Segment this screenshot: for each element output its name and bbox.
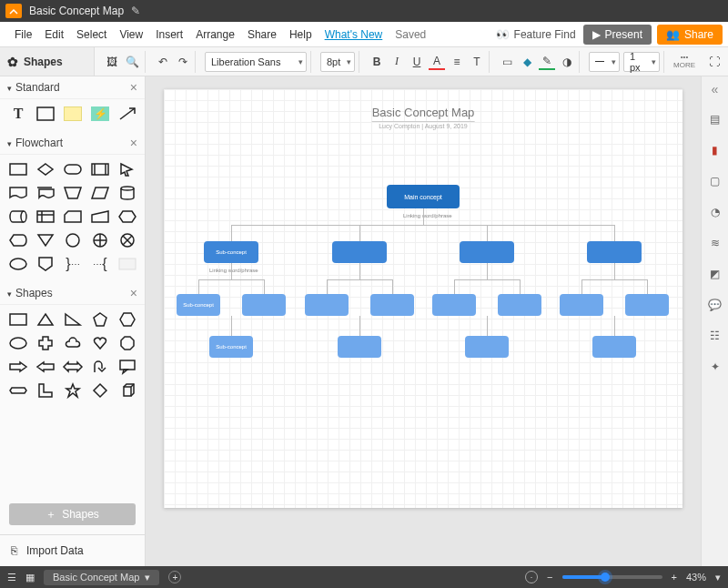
fc-predefined[interactable]	[89, 160, 111, 178]
bold-icon[interactable]: B	[369, 54, 385, 70]
font-family-select[interactable]: Liberation Sans	[205, 52, 307, 72]
present-button[interactable]: ▶ Present	[583, 25, 652, 45]
folder-icon[interactable]	[5, 4, 22, 18]
fc-collate[interactable]	[7, 255, 29, 273]
page-icon[interactable]: ▤	[707, 111, 723, 127]
sh-arr-lr[interactable]	[62, 358, 84, 376]
sh-diamond[interactable]	[89, 381, 111, 400]
redo-icon[interactable]: ↷	[175, 54, 191, 70]
add-shapes-button[interactable]: ＋ Shapes	[9, 503, 136, 525]
document-title[interactable]: Basic Concept Map	[29, 5, 124, 17]
fc-offpage[interactable]	[35, 255, 56, 273]
close-icon[interactable]: ×	[130, 80, 137, 95]
fc-data[interactable]	[89, 184, 111, 202]
fc-manual-input[interactable]	[89, 208, 111, 226]
italic-icon[interactable]: I	[389, 54, 405, 70]
menu-whats-new[interactable]: What's New	[325, 28, 383, 41]
sh-callout[interactable]	[116, 358, 138, 376]
node-r3-6[interactable]	[498, 294, 541, 316]
fill-icon[interactable]: ▭	[499, 54, 515, 70]
actions-icon[interactable]: ✦	[707, 359, 723, 375]
fc-process[interactable]	[7, 160, 29, 178]
zoom-out-icon[interactable]: −	[547, 572, 552, 583]
sh-arr-l[interactable]	[35, 358, 56, 376]
fc-manual-op[interactable]	[62, 184, 84, 202]
sh-arr-turn[interactable]	[89, 358, 111, 376]
sh-tri[interactable]	[35, 310, 56, 329]
rect-shape[interactable]	[35, 105, 56, 123]
history-icon[interactable]: ◔	[707, 204, 723, 220]
border-color-icon[interactable]: ✎	[539, 54, 555, 70]
text-color-icon[interactable]: A	[429, 54, 445, 70]
zoom-fit-icon[interactable]: ·	[525, 571, 538, 583]
section-shapes[interactable]: ▾Shapes ×	[0, 282, 145, 305]
sh-banner[interactable]	[7, 381, 29, 400]
sh-lsh[interactable]	[35, 381, 56, 400]
fc-blank[interactable]	[116, 255, 138, 273]
menu-view[interactable]: View	[119, 28, 143, 41]
fill-color-icon[interactable]: ◆	[519, 54, 535, 70]
fc-direct[interactable]	[7, 208, 29, 226]
fc-card[interactable]	[62, 208, 84, 226]
sh-hex[interactable]	[116, 310, 138, 329]
underline-icon[interactable]: U	[409, 54, 425, 70]
collapse-icon[interactable]: «	[712, 82, 719, 96]
menu-file[interactable]: File	[15, 28, 32, 41]
line-width-select[interactable]: 1 px	[623, 52, 660, 72]
menu-help[interactable]: Help	[289, 28, 312, 41]
image-icon[interactable]: 🖼	[104, 54, 120, 70]
sh-rtri[interactable]	[62, 310, 84, 329]
node-r4-1[interactable]: Sub-concept	[209, 336, 253, 358]
node-r4-2[interactable]	[338, 336, 381, 358]
node-r3-5[interactable]	[432, 294, 476, 316]
shape-style-icon[interactable]: ◑	[559, 54, 575, 70]
menu-insert[interactable]: Insert	[156, 28, 183, 41]
gear-icon[interactable]: ✿	[7, 55, 18, 69]
fc-decision[interactable]	[35, 160, 56, 178]
fc-connector[interactable]	[62, 231, 84, 249]
text-shape[interactable]: T	[7, 105, 29, 123]
node-main-concept[interactable]: Main concept	[387, 185, 460, 208]
sh-star[interactable]	[62, 381, 84, 400]
comments-icon[interactable]: ▮	[707, 142, 723, 158]
share-button[interactable]: 👥 Share	[657, 25, 723, 45]
layers-icon[interactable]: ≋	[707, 235, 723, 251]
page-tab[interactable]: Basic Concept Map▾	[44, 570, 159, 585]
sh-ellipse[interactable]	[7, 334, 29, 352]
node-r4-3[interactable]	[465, 336, 509, 358]
node-r3-7[interactable]	[560, 294, 603, 316]
fc-prep[interactable]	[116, 208, 138, 226]
menu-edit[interactable]: Edit	[45, 28, 64, 41]
section-flowchart[interactable]: ▾Flowchart ×	[0, 132, 145, 155]
zoom-slider[interactable]	[562, 575, 662, 579]
fc-brace-open[interactable]: }⋯	[62, 255, 84, 273]
fc-internal[interactable]	[35, 208, 56, 226]
arrow-shape[interactable]	[116, 105, 138, 123]
fc-note[interactable]: ⋯{	[89, 255, 111, 273]
node-r4-4[interactable]	[592, 336, 636, 358]
zoom-in-icon[interactable]: +	[672, 572, 677, 583]
chat-icon[interactable]: 💬	[707, 297, 723, 313]
close-icon[interactable]: ×	[130, 286, 137, 300]
list-icon[interactable]: ☰	[7, 572, 16, 583]
close-icon[interactable]: ×	[130, 136, 137, 150]
zoom-value[interactable]: 43%	[686, 572, 706, 583]
canvas-page[interactable]: Basic Concept Map Lucy Compton | August …	[164, 89, 682, 508]
align-icon[interactable]: ≡	[449, 54, 465, 70]
menu-arrange[interactable]: Arrange	[196, 28, 235, 41]
toolbar-more[interactable]: •••MORE	[673, 54, 695, 70]
sh-cloud[interactable]	[62, 334, 84, 352]
undo-icon[interactable]: ↶	[155, 54, 171, 70]
sh-oct[interactable]	[116, 334, 138, 352]
section-standard[interactable]: ▾Standard ×	[0, 76, 145, 99]
node-r3-8[interactable]	[625, 294, 669, 316]
sticky-note-shape[interactable]	[62, 105, 84, 123]
fc-merge[interactable]	[35, 231, 56, 249]
data-icon[interactable]: ☷	[707, 328, 723, 344]
rename-icon[interactable]: ✎	[131, 5, 140, 17]
fc-document[interactable]	[7, 184, 29, 202]
node-sub-1[interactable]: Sub-concept	[204, 241, 258, 263]
fc-terminator[interactable]	[62, 160, 84, 178]
node-sub-2[interactable]	[332, 241, 387, 263]
feature-find[interactable]: 👀 Feature Find	[496, 28, 576, 41]
